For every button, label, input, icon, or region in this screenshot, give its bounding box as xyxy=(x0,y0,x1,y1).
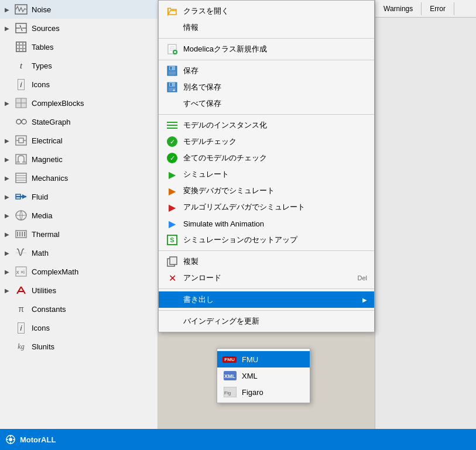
chevron-icon: ▶ xyxy=(5,100,14,107)
fluid-icon xyxy=(14,190,28,204)
simulate-icon: ▶ xyxy=(166,168,179,181)
sidebar-item-math[interactable]: ▶ Math xyxy=(0,243,157,262)
menu-item-label: 保存 xyxy=(183,66,367,76)
svg-line-37 xyxy=(17,287,21,294)
sidebar-item-complexblocks[interactable]: ▶ ComplexBlocks xyxy=(0,94,157,112)
figaro-icon: Fig xyxy=(223,386,237,398)
sidebar-item-label: Media xyxy=(32,211,153,220)
svg-rect-28 xyxy=(17,232,18,236)
svg-point-9 xyxy=(22,119,26,124)
menu-item-duplicate[interactable]: 複製 xyxy=(159,253,374,270)
chevron-icon: ▶ xyxy=(5,250,14,256)
submenu-item-figaro[interactable]: Fig Figaro xyxy=(217,384,310,400)
icons-icon: i xyxy=(14,77,28,91)
menu-item-label: Modelicaクラス新規作成 xyxy=(183,44,367,54)
menu-separator xyxy=(159,60,374,60)
chevron-icon: ▶ xyxy=(5,25,14,32)
menu-separator xyxy=(159,38,374,39)
menu-item-check[interactable]: ✓ モデルチェック xyxy=(159,133,374,150)
menu-item-label: Simulate with Animation xyxy=(183,219,367,228)
sidebar-item-media[interactable]: ▶ Media xyxy=(0,206,157,225)
submenu-item-xml[interactable]: XML XML xyxy=(217,367,310,384)
chevron-icon: ▶ xyxy=(5,194,14,200)
bottom-bar-label: MotorALL xyxy=(20,435,56,444)
sidebar-item-tables[interactable]: Tables xyxy=(0,37,157,56)
constants-icon: π xyxy=(14,302,28,316)
menu-item-new-modelica[interactable]: Modelicaクラス新規作成 xyxy=(159,41,374,57)
chevron-icon: ▶ xyxy=(5,269,14,275)
sidebar-item-label: Sources xyxy=(32,24,153,33)
sidebar-item-icons2[interactable]: i Icons xyxy=(0,318,157,337)
sidebar-item-icons[interactable]: i Icons xyxy=(0,75,157,94)
fmu-icon: FMU xyxy=(223,353,237,365)
menu-item-simulate-algo[interactable]: ▶ アルゴリズムデバガでシミュレート xyxy=(159,199,374,215)
chevron-icon: ▶ xyxy=(5,6,14,13)
menu-item-instantiate[interactable]: モデルのインスタンス化 xyxy=(159,117,374,133)
sidebar-item-fluid[interactable]: ▶ Fluid xyxy=(0,187,157,206)
xml-icon: XML xyxy=(223,370,237,382)
context-menu: クラスを開く 情報 Modelicaクラス新規作成 xyxy=(158,0,375,332)
sidebar-item-constants[interactable]: π Constants xyxy=(0,300,157,318)
slunits-icon: kg xyxy=(14,339,28,353)
submenu-item-label: Figaro xyxy=(242,388,263,397)
tabs-row: Warnings Error xyxy=(375,0,476,18)
menu-item-check-all[interactable]: ✓ 全てのモデルのチェック xyxy=(159,150,374,166)
sidebar-item-label: Noise xyxy=(32,5,153,14)
simulate-algo-icon: ▶ xyxy=(166,201,179,214)
sidebar-item-label: StateGraph xyxy=(32,118,153,126)
sidebar-item-complexmath[interactable]: ▶ x × i ComplexMath xyxy=(0,262,157,281)
sidebar-item-stategraph[interactable]: StateGraph xyxy=(0,112,157,131)
save-all-icon xyxy=(166,97,179,110)
sidebar-item-mechanics[interactable]: ▶ Mechanics xyxy=(0,169,157,187)
submenu-item-fmu[interactable]: FMU FMU xyxy=(217,351,310,367)
menu-item-unload[interactable]: ✕ アンロード Del xyxy=(159,270,374,286)
electrical-icon xyxy=(14,133,28,147)
magnetic-icon xyxy=(14,152,28,166)
sidebar-item-noise[interactable]: ▶ Noise xyxy=(0,0,157,19)
svg-point-68 xyxy=(9,438,12,441)
menu-item-info[interactable]: 情報 xyxy=(159,19,374,36)
sidebar-item-electrical[interactable]: ▶ Electrical xyxy=(0,131,157,150)
save-icon xyxy=(166,64,179,77)
svg-text:+: + xyxy=(173,88,175,92)
svg-rect-0 xyxy=(15,5,27,14)
svg-rect-48 xyxy=(169,66,175,70)
sidebar-item-sources[interactable]: ▶ Sources xyxy=(0,19,157,37)
sidebar-item-label: Constants xyxy=(32,305,153,314)
update-binding-icon xyxy=(166,315,179,328)
menu-item-label: 情報 xyxy=(183,22,367,33)
sidebar-item-label: Tables xyxy=(32,43,153,51)
menu-item-save[interactable]: 保存 xyxy=(159,63,374,79)
menu-item-save-all[interactable]: すべて保存 xyxy=(159,95,374,112)
menu-item-export[interactable]: 書き出し ▶ xyxy=(159,291,374,308)
sidebar-item-thermal[interactable]: ▶ Thermal xyxy=(0,225,157,243)
menu-item-label: すべて保存 xyxy=(183,98,367,109)
svg-rect-60 xyxy=(170,257,177,264)
complexblocks-icon xyxy=(14,96,28,110)
tab-errors[interactable]: Error xyxy=(422,2,454,15)
menu-item-open-class[interactable]: クラスを開く xyxy=(159,3,374,19)
menu-item-label: モデルチェック xyxy=(183,136,367,147)
complexmath-icon: x × i xyxy=(14,264,28,279)
menu-item-simulate[interactable]: ▶ シミュレート xyxy=(159,166,374,183)
menu-item-simulate-animation[interactable]: ▶ Simulate with Animation xyxy=(159,215,374,232)
svg-text:i: i xyxy=(23,269,25,275)
sidebar-item-label: Slunits xyxy=(32,342,153,351)
tab-warnings[interactable]: Warnings xyxy=(375,2,422,15)
types-icon: t xyxy=(14,59,28,73)
menu-item-label: 書き出し xyxy=(183,294,358,305)
menu-item-update-binding[interactable]: バインディングを更新 xyxy=(159,313,374,329)
sidebar-item-utilities[interactable]: ▶ Utilities xyxy=(0,281,157,300)
menu-item-setup[interactable]: S シミュレーションのセットアップ xyxy=(159,232,374,248)
menu-item-label: シミュレート xyxy=(183,169,367,180)
simulate-animation-icon: ▶ xyxy=(166,217,179,230)
chevron-icon: ▶ xyxy=(5,138,14,144)
sidebar-item-magnetic[interactable]: ▶ Magnetic xyxy=(0,150,157,169)
sidebar-item-types[interactable]: t Types xyxy=(0,56,157,75)
sidebar-item-slunits[interactable]: kg Slunits xyxy=(0,337,157,356)
sidebar: ▶ Noise ▶ Sources xyxy=(0,0,158,450)
svg-rect-14 xyxy=(19,138,23,143)
check-all-icon: ✓ xyxy=(166,152,179,164)
menu-item-simulate-debug[interactable]: ▶ 変換デバガでシミュレート xyxy=(159,183,374,199)
menu-item-save-as[interactable]: + 別名で保存 xyxy=(159,79,374,95)
